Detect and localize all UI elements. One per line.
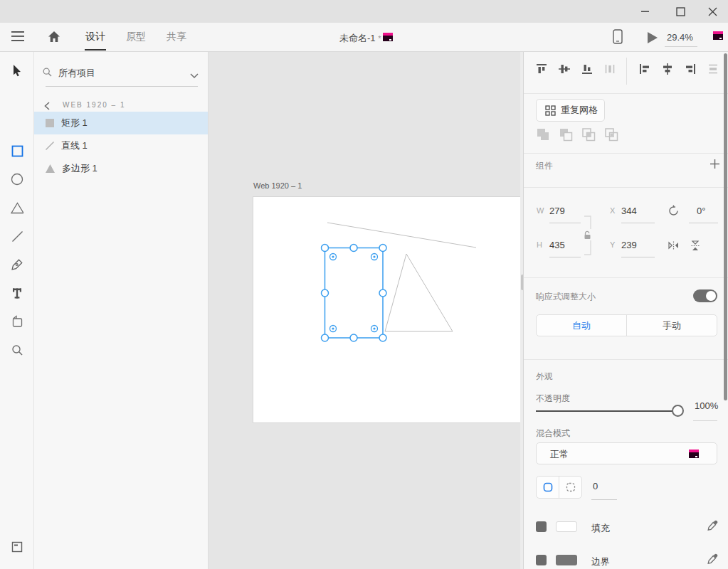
- rotate-icon: [668, 205, 680, 217]
- zoom-level-field[interactable]: 29.4%: [667, 32, 693, 43]
- ellipse-tool[interactable]: [11, 173, 23, 186]
- align-center-horizontal-button[interactable]: [662, 63, 673, 78]
- flip-vertical-button[interactable]: [690, 240, 701, 255]
- shape-polygon[interactable]: [385, 254, 453, 331]
- layer-row-line[interactable]: 直线 1: [34, 134, 208, 157]
- components-section-label: 组件: [536, 160, 553, 172]
- boolean-intersect-icon: [581, 127, 596, 142]
- appearance-section-label: 外观: [536, 371, 553, 383]
- boolean-add-button-disabled: [536, 127, 551, 145]
- rectangle-layer-icon: [46, 119, 54, 127]
- align-center-horizontal-icon: [662, 63, 673, 75]
- breadcrumb[interactable]: WEB 1920 – 1: [63, 101, 125, 109]
- tab-prototype[interactable]: 原型: [126, 31, 146, 43]
- shape-rectangle-selected[interactable]: [325, 248, 384, 339]
- add-component-button[interactable]: [709, 159, 720, 172]
- opacity-slider-track[interactable]: [536, 410, 678, 412]
- text-tool[interactable]: [11, 287, 23, 299]
- responsive-auto-button[interactable]: 自动: [537, 315, 626, 336]
- corner-radius-field[interactable]: 0: [593, 481, 598, 491]
- distribute-horizontal-button-disabled: [707, 63, 719, 78]
- lock-aspect-button[interactable]: [583, 229, 592, 240]
- project-filter-select[interactable]: 所有项目: [58, 67, 95, 80]
- distribute-vertical-icon: [604, 63, 616, 75]
- line-tool[interactable]: [11, 230, 23, 243]
- hamburger-menu-button[interactable]: [11, 31, 25, 45]
- chevron-down-icon[interactable]: [190, 69, 199, 82]
- rectangle-tool[interactable]: [11, 144, 23, 157]
- repeat-grid-button[interactable]: 重复网格: [536, 99, 605, 122]
- ellipse-tool-icon: [11, 173, 23, 186]
- active-tab-underline: [85, 49, 106, 50]
- collab-cursor-icon: [689, 450, 699, 458]
- inspector-panel: 重复网格 组件 W 279 X 344: [523, 52, 728, 569]
- select-tool[interactable]: [11, 64, 23, 77]
- fill-checkbox[interactable]: [536, 521, 547, 532]
- assets-panel-button[interactable]: [11, 541, 23, 553]
- opacity-value-field[interactable]: 100%: [695, 400, 718, 411]
- responsive-manual-button[interactable]: 手动: [626, 315, 717, 336]
- shape-line[interactable]: [327, 223, 476, 248]
- blend-mode-label: 混合模式: [536, 427, 570, 440]
- toggle-knob: [706, 291, 716, 301]
- layer-row-polygon[interactable]: 多边形 1: [34, 157, 208, 180]
- home-button[interactable]: [48, 31, 60, 46]
- border-label: 边界: [591, 555, 610, 568]
- align-bottom-button[interactable]: [581, 63, 593, 78]
- tab-share[interactable]: 共享: [167, 31, 186, 43]
- plus-icon: [709, 159, 720, 169]
- magnifier-icon: [11, 344, 23, 356]
- height-field[interactable]: 435: [549, 240, 565, 250]
- responsive-resize-toggle[interactable]: [693, 289, 717, 302]
- fill-eyedropper-button[interactable]: [707, 520, 718, 534]
- corner-radius-individual-button[interactable]: [559, 477, 581, 498]
- canvas[interactable]: Web 1920 – 1: [208, 52, 523, 569]
- align-right-button[interactable]: [685, 63, 696, 78]
- tab-design[interactable]: 设计: [85, 31, 105, 43]
- minimize-button[interactable]: [635, 3, 656, 20]
- modified-marker: *: [378, 34, 381, 43]
- inspector-scrollbar-thumb[interactable]: [724, 53, 727, 400]
- fill-color-swatch[interactable]: [556, 521, 577, 532]
- pen-tool[interactable]: [11, 258, 23, 271]
- pen-tool-icon: [11, 258, 23, 271]
- x-field[interactable]: 344: [621, 206, 637, 216]
- device-preview-button[interactable]: [613, 29, 623, 47]
- boolean-exclude-button-disabled: [604, 127, 619, 145]
- border-eyedropper-button[interactable]: [707, 553, 718, 568]
- border-checkbox[interactable]: [536, 555, 547, 565]
- align-top-button[interactable]: [536, 63, 547, 78]
- app-toolbar: 设计 原型 共享 未命名-1 * 29.4%: [0, 23, 728, 52]
- rounded-rect-icon: [543, 482, 553, 492]
- play-preview-button[interactable]: [647, 32, 658, 46]
- select-arrow-icon: [11, 64, 23, 77]
- distribute-horizontal-icon: [707, 63, 719, 75]
- rotation-button[interactable]: [668, 205, 680, 220]
- close-button[interactable]: [702, 3, 723, 20]
- opacity-slider-knob[interactable]: [672, 405, 684, 417]
- zoom-tool[interactable]: [11, 344, 23, 356]
- layer-row-rectangle[interactable]: 矩形 1: [34, 112, 208, 134]
- rotation-field[interactable]: 0°: [697, 206, 705, 216]
- y-field[interactable]: 239: [621, 240, 637, 250]
- flip-horizontal-button[interactable]: [668, 240, 680, 254]
- border-color-swatch[interactable]: [556, 555, 577, 565]
- blend-mode-dropdown[interactable]: 正常: [536, 442, 717, 464]
- boolean-subtract-button-disabled: [559, 127, 574, 145]
- artboard-tool-icon: [11, 315, 23, 328]
- chevron-left-icon: [44, 102, 50, 110]
- maximize-button[interactable]: [670, 3, 691, 20]
- align-middle-vertical-button[interactable]: [559, 63, 570, 78]
- corner-radius-segmented: [536, 476, 582, 499]
- polygon-tool-icon: [11, 202, 23, 214]
- width-field[interactable]: 279: [549, 206, 565, 216]
- artboard-tool[interactable]: [11, 315, 23, 328]
- assets-icon: [11, 541, 23, 553]
- play-icon: [647, 32, 658, 43]
- polygon-tool[interactable]: [11, 201, 23, 214]
- align-left-icon: [639, 63, 650, 75]
- collab-cursor-icon: [713, 31, 723, 40]
- align-left-button[interactable]: [639, 63, 650, 78]
- corner-radius-all-button[interactable]: [537, 477, 559, 498]
- x-label: X: [610, 206, 615, 215]
